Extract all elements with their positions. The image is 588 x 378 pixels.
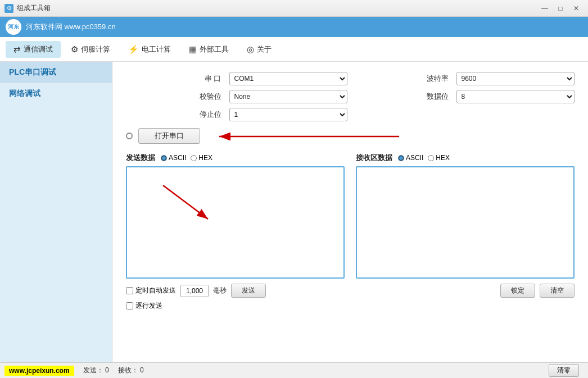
watermark-text: 河东软件网 www.pc0359.cn	[26, 22, 116, 32]
ms-value-input[interactable]: 1,000	[180, 285, 209, 297]
send-hex-radio[interactable]	[191, 155, 197, 161]
parity-select[interactable]: None Even Odd	[229, 90, 348, 103]
receive-hex-label[interactable]: HEX	[428, 154, 450, 162]
data-bits-select[interactable]: 8 7 6	[456, 90, 575, 103]
menu-label-about: 关于	[257, 44, 272, 54]
send-value: 0	[105, 366, 109, 374]
send-ascii-text: ASCII	[169, 154, 186, 162]
maximize-button[interactable]: □	[553, 3, 568, 14]
receive-value: 0	[140, 366, 144, 374]
send-ascii-label[interactable]: ASCII	[161, 154, 186, 162]
send-textarea[interactable]	[126, 166, 345, 279]
status-send: 发送： 0	[83, 366, 109, 375]
open-port-row: 打开串口	[126, 128, 575, 144]
send-data-panel: 发送数据 ASCII HEX	[126, 153, 345, 314]
receive-ascii-label[interactable]: ASCII	[398, 154, 423, 162]
send-data-title: 发送数据	[126, 153, 155, 163]
parity-label: 校验位	[126, 92, 224, 102]
app-icon: ⚙	[4, 4, 13, 13]
stop-bits-label: 停止位	[126, 110, 224, 120]
receive-data-title: 接收区数据	[356, 153, 392, 163]
about-icon: ◎	[247, 44, 254, 54]
menu-bar: ⇄ 通信调试 ⚙ 伺服计算 ⚡ 电工计算 ▦ 外部工具 ◎ 关于	[0, 37, 588, 62]
baud-rate-label: 波特率	[353, 74, 451, 84]
data-bits-label: 数据位	[353, 92, 451, 102]
receive-ascii-radio[interactable]	[398, 155, 404, 161]
send-label: 发送：	[83, 366, 103, 374]
menu-item-servo[interactable]: ⚙ 伺服计算	[63, 41, 118, 58]
close-button[interactable]: ✕	[569, 3, 584, 14]
menu-item-elec[interactable]: ⚡ 电工计算	[120, 41, 179, 58]
sidebar-item-plc[interactable]: PLC串口调试	[0, 62, 112, 83]
ms-unit: 毫秒	[213, 286, 227, 295]
menu-item-about[interactable]: ◎ 关于	[239, 41, 279, 58]
menu-label-comm: 通信调试	[24, 44, 53, 54]
servo-icon: ⚙	[71, 44, 78, 54]
menu-item-external[interactable]: ▦ 外部工具	[181, 41, 237, 58]
menu-label-elec: 电工计算	[142, 44, 171, 54]
line-by-line-text: 逐行发送	[135, 301, 162, 311]
line-by-line-label[interactable]: 逐行发送	[126, 301, 162, 311]
port-label: 串 口	[126, 74, 224, 84]
menu-label-servo: 伺服计算	[81, 44, 110, 54]
sidebar: PLC串口调试 网络调试	[0, 62, 112, 362]
menu-label-external: 外部工具	[200, 44, 229, 54]
serial-config-form: 串 口 COM1 COM2 COM3 COM4 波特率 9600 19200 3…	[126, 72, 575, 121]
open-port-button[interactable]: 打开串口	[138, 128, 200, 144]
clear-button[interactable]: 清空	[540, 284, 575, 298]
minimize-button[interactable]: —	[537, 3, 552, 14]
receive-data-panel: 接收区数据 ASCII HEX 锁定 清	[356, 153, 575, 314]
receive-hex-text: HEX	[436, 154, 450, 162]
title-bar-text: 组成工具箱	[17, 3, 51, 13]
sidebar-plc-label: PLC串口调试	[9, 67, 56, 76]
baud-rate-select[interactable]: 9600 19200 38400 57600 115200	[456, 72, 575, 85]
line-by-line-checkbox[interactable]	[126, 302, 133, 309]
title-bar: ⚙ 组成工具箱 — □ ✕	[0, 0, 588, 17]
receive-format-group: ASCII HEX	[398, 154, 450, 162]
stop-bits-select[interactable]: 1 2	[229, 108, 348, 121]
main-area: PLC串口调试 网络调试 串 口 COM1 COM2 COM3 COM4 波特率…	[0, 62, 588, 362]
watermark-logo-text: 河东	[8, 23, 19, 31]
title-bar-left: ⚙ 组成工具箱	[4, 3, 51, 13]
elec-icon: ⚡	[128, 44, 139, 54]
receive-textarea[interactable]	[356, 166, 575, 279]
sidebar-item-network[interactable]: 网络调试	[0, 83, 112, 104]
send-panel-header: 发送数据 ASCII HEX	[126, 153, 345, 163]
receive-bottom-controls: 锁定 清空	[356, 284, 575, 298]
auto-send-text: 定时自动发送	[135, 286, 176, 295]
sidebar-network-label: 网络调试	[9, 89, 40, 98]
external-icon: ▦	[189, 44, 197, 54]
watermark-logo: 河东	[6, 19, 21, 35]
clear-zero-button[interactable]: 清零	[549, 364, 579, 377]
port-status-indicator	[126, 133, 133, 139]
comm-icon: ⇄	[13, 44, 21, 54]
receive-label: 接收：	[118, 366, 138, 374]
send-format-group: ASCII HEX	[161, 154, 212, 162]
send-button[interactable]: 发送	[231, 284, 266, 298]
receive-ascii-text: ASCII	[406, 154, 423, 162]
send-bottom-controls: 定时自动发送 1,000 毫秒 发送 逐行发送	[126, 284, 345, 311]
status-website: www.jcpeixun.com	[4, 366, 74, 376]
status-receive: 接收： 0	[118, 366, 144, 375]
send-hex-text: HEX	[198, 154, 212, 162]
auto-send-checkbox[interactable]	[126, 287, 133, 294]
auto-send-row: 定时自动发送 1,000 毫秒 发送	[126, 284, 345, 298]
line-by-line-row: 逐行发送	[126, 301, 345, 311]
port-select[interactable]: COM1 COM2 COM3 COM4	[229, 72, 348, 85]
send-hex-label[interactable]: HEX	[191, 154, 212, 162]
menu-item-comm[interactable]: ⇄ 通信调试	[6, 41, 61, 58]
receive-panel-header: 接收区数据 ASCII HEX	[356, 153, 575, 163]
watermark-banner: 河东 河东软件网 www.pc0359.cn	[0, 17, 588, 37]
title-bar-controls: — □ ✕	[537, 3, 584, 14]
data-area: 发送数据 ASCII HEX	[126, 153, 575, 314]
status-bar: www.jcpeixun.com 发送： 0 接收： 0 清零	[0, 362, 588, 378]
receive-hex-radio[interactable]	[428, 155, 434, 161]
content-panel: 串 口 COM1 COM2 COM3 COM4 波特率 9600 19200 3…	[112, 62, 588, 362]
send-ascii-radio[interactable]	[161, 155, 167, 161]
lock-button[interactable]: 锁定	[500, 284, 535, 298]
auto-send-label[interactable]: 定时自动发送	[126, 286, 176, 295]
